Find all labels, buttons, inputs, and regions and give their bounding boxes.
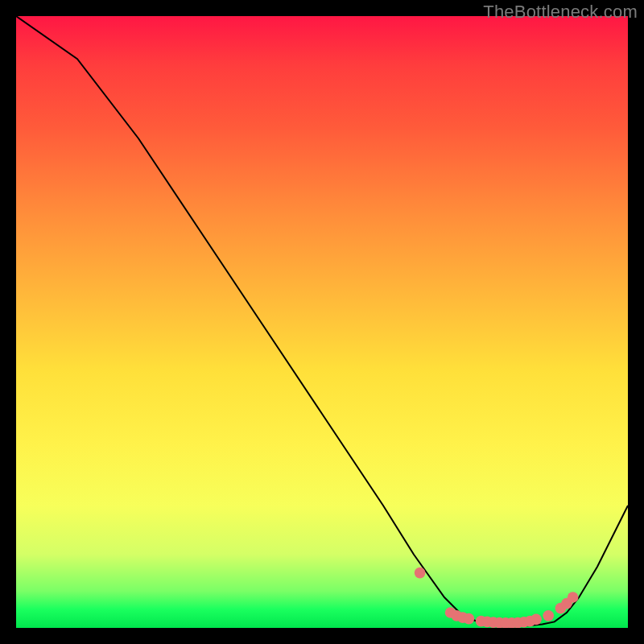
sweet-spot-dot [481,617,493,628]
sweet-spot-dot [415,568,426,579]
line-series [16,16,628,626]
sweet-spot-dot [530,614,542,625]
sweet-spot-dot [451,610,462,621]
sweet-spot-dot [518,617,530,628]
sweet-spot-dot [464,613,475,625]
sweet-spot-dot [561,598,572,609]
plot-area [16,16,628,628]
sweet-spot-dot [543,610,554,621]
sweet-spot-dot [488,617,499,628]
sweet-spot-dot [500,617,511,628]
sweet-spot-dot [476,616,487,627]
sweet-spot-dot [457,612,469,623]
sweet-spot-dot [512,617,523,628]
watermark-label: TheBottleneck.com [483,2,638,23]
bottleneck-curve-path [16,16,628,626]
sweet-spot-dot [494,617,506,628]
sweet-spot-dot [555,603,567,614]
sweet-spot-dot [445,607,456,618]
chart-root: TheBottleneck.com [0,0,644,644]
sweet-spot-dot [525,616,536,627]
sweet-spot-dot [568,592,579,603]
marker-dots [415,568,579,628]
sweet-spot-dot [506,617,518,628]
chart-svg [16,16,628,628]
